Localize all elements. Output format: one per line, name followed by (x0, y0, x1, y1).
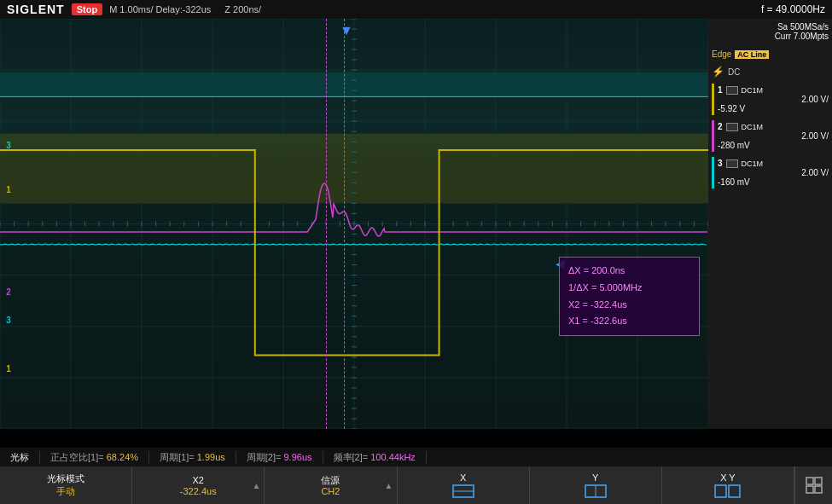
ch2-coupling: DC1M (742, 123, 764, 131)
y-btn[interactable]: Y (530, 466, 662, 504)
siglent-logo: SIGLENT (0, 3, 72, 16)
frequency-display: f = 49.0000Hz (761, 3, 825, 15)
ch1-coupling: DC1M (742, 86, 764, 95)
top-bar: SIGLENT Stop M 1.00ms/ Delay:-322us Z 20… (0, 0, 832, 19)
ch1-marker: 1 (2, 185, 15, 194)
source-sub: CH2 (321, 486, 340, 496)
xy-btn[interactable]: X Y (662, 466, 794, 504)
x2-label: X2 (193, 474, 204, 486)
ch2-volts-div: 2.00 V/ (714, 131, 829, 141)
svg-rect-6 (729, 485, 740, 497)
x2-btn[interactable]: X2 -322.4us ▲ (132, 466, 265, 504)
ch2-number: 2 (718, 122, 723, 131)
channel-1-info[interactable]: 1 DC1M 2.00 V/ -5.92 V (712, 84, 829, 115)
cursor-x2: X2 = -322.4us (568, 297, 690, 314)
source-label: 信源 (321, 474, 340, 486)
ch1-number: 1 (718, 85, 723, 95)
trigger-ac-label: AC Line (735, 50, 769, 59)
trigger-symbol: ⚡ (712, 66, 724, 78)
ch3-coupling: DC1M (742, 159, 764, 168)
cursor-mode-sub: 手动 (56, 485, 75, 498)
cursor-inv-delta-x: 1/ΔX = 5.000MHz (568, 280, 690, 297)
ch3-offset: -160 mV (714, 177, 829, 187)
timebase-info: M 1.00ms/ Delay:-322us (109, 4, 211, 14)
cursor-line-x1[interactable] (326, 19, 327, 429)
x2-sub: -322.4us (180, 486, 217, 496)
trigger-edge-label: Edge (712, 49, 731, 59)
ch1-volts-div: 2.00 V/ (714, 95, 829, 104)
bottom-toolbar: 光标模式 手动 X2 -322.4us ▲ 信源 CH2 ▲ X Y X Y (0, 466, 832, 504)
y-icon (584, 484, 608, 499)
settings-icon (804, 475, 824, 495)
duty-cycle: 正占空比[1]= 68.24% (40, 451, 149, 464)
ch3-number: 3 (718, 159, 723, 168)
sample-rate-section: Sa 500MSa/s Curr 7.00Mpts (712, 22, 829, 41)
ch3-marker: 3 (2, 141, 15, 150)
memory-depth: Curr 7.00Mpts (712, 32, 829, 41)
cursor-x1: X1 = -322.6us (568, 313, 690, 330)
svg-rect-5 (715, 485, 726, 497)
cursor-info-box: ΔX = 200.0ns 1/ΔX = 5.000MHz X2 = -322.4… (559, 257, 700, 336)
trigger-dc-label: DC (728, 67, 740, 77)
x-btn[interactable]: X (398, 466, 530, 504)
ch1-offset: -5.92 V (714, 104, 829, 113)
ch2-icon (726, 123, 738, 131)
svg-rect-10 (815, 486, 822, 493)
oscilloscope-display: 1 2 3 3 1 ▼ ΔX = 200.0ns 1/ΔX = 5.000MHz… (0, 19, 708, 429)
cursor-line-x2[interactable] (344, 19, 345, 429)
channel-2-info[interactable]: 2 DC1M 2.00 V/ -280 mV (712, 120, 829, 152)
trigger-section: Edge AC Line (712, 49, 829, 59)
cursor-mode-label: 光标模式 (47, 472, 84, 484)
ch2-marker: 2 (2, 287, 15, 297)
zoom-info: Z 200ns/ (224, 4, 761, 14)
trigger-dc-section: ⚡ DC (712, 66, 829, 78)
source-arrow: ▲ (385, 481, 393, 490)
stop-badge[interactable]: Stop (72, 3, 102, 15)
cursor-mode-btn[interactable]: 光标模式 手动 (0, 466, 132, 504)
frequency-2: 频率[2]= 100.44kHz (323, 451, 427, 464)
x2-arrow: ▲ (252, 481, 260, 490)
ch1-marker-2: 1 (2, 364, 15, 374)
ch3-icon (726, 159, 738, 168)
cursor-delta-x: ΔX = 200.0ns (568, 263, 690, 280)
y-label: Y (592, 472, 598, 484)
ch2-offset: -280 mV (714, 141, 829, 150)
source-btn[interactable]: 信源 CH2 ▲ (265, 466, 397, 504)
channel-3-info[interactable]: 3 DC1M 2.00 V/ -160 mV (712, 157, 829, 188)
xy-icon (714, 484, 742, 499)
sample-rate: Sa 500MSa/s (712, 22, 829, 32)
trigger-arrow: ▼ (340, 23, 353, 38)
period-1: 周期[1]= 1.99us (149, 451, 236, 464)
status-bar: 光标 正占空比[1]= 68.24% 周期[1]= 1.99us 周期[2]= … (0, 448, 832, 466)
xy-label: X Y (720, 472, 736, 484)
svg-rect-9 (806, 486, 813, 493)
right-panel: Sa 500MSa/s Curr 7.00Mpts Edge AC Line ⚡… (708, 19, 832, 429)
x-icon (451, 484, 475, 499)
cursor-label: 光标 (0, 451, 40, 464)
ch3-volts-div: 2.00 V/ (714, 168, 829, 177)
period-2: 周期[2]= 9.96us (236, 451, 323, 464)
ch3-marker-2: 3 (2, 316, 15, 325)
x-label: X (460, 472, 466, 484)
settings-btn[interactable] (794, 466, 832, 504)
svg-rect-8 (815, 478, 822, 484)
svg-rect-7 (806, 478, 813, 484)
ch1-icon (726, 86, 738, 95)
waveform-display (0, 19, 708, 429)
